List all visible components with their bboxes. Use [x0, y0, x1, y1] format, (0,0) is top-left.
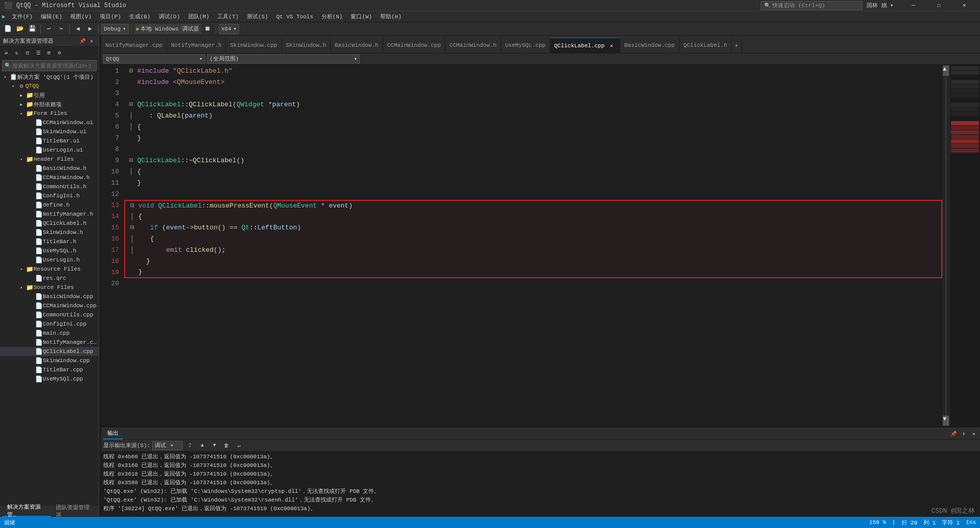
- tree-item-titlebar-cpp[interactable]: 📄 TitleBar.cpp: [0, 365, 99, 374]
- status-col[interactable]: 列 1: [924, 519, 936, 526]
- output-go-msg-btn[interactable]: ⤴: [185, 441, 195, 451]
- se-search-input[interactable]: [12, 63, 94, 69]
- tree-item-headerfiles[interactable]: ▾ 📁 Header Files: [0, 155, 99, 164]
- file-dropdown[interactable]: QtQQ ▾: [103, 54, 205, 64]
- tab-qclicklabel-cpp[interactable]: QClickLabel.cpp ✕: [550, 38, 620, 53]
- tab-notifymanager-cpp[interactable]: NotifyManager.cpp: [101, 38, 167, 53]
- tree-item-ccmainwindow-h[interactable]: 📄 CCMainWindow.h: [0, 173, 99, 182]
- menu-team[interactable]: 团队(M): [184, 11, 214, 22]
- tree-item-usemysql-cpp[interactable]: 📄 UseMySQl.cpp: [0, 374, 99, 384]
- title-search-placeholder[interactable]: 快速启动 (Ctrl+Q): [772, 2, 825, 9]
- tab-skinwindow-cpp[interactable]: SkinWindow.cpp: [226, 38, 281, 53]
- status-row[interactable]: 行 20: [902, 519, 917, 526]
- bottom-tab-team[interactable]: 团队资源管理器: [51, 506, 97, 517]
- se-props-btn[interactable]: ☰: [33, 48, 43, 58]
- tree-item-extdep[interactable]: ▶ 📁 外部依赖项: [0, 100, 99, 109]
- menu-build[interactable]: 生成(B): [125, 11, 155, 22]
- output-prev-btn[interactable]: ▲: [197, 441, 207, 451]
- output-float-btn[interactable]: ⬆: [960, 430, 968, 438]
- ref-expand-icon[interactable]: ▶: [17, 91, 25, 99]
- tab-close-active[interactable]: ✕: [608, 42, 616, 50]
- status-zoom[interactable]: 159 %: [869, 519, 886, 525]
- code-content[interactable]: ⊟ #include "QClickLabel.h" #include <QMo…: [124, 65, 942, 426]
- tree-item-titlebar-ui[interactable]: 📄 TitleBar.ui: [0, 136, 99, 145]
- se-settings-btn[interactable]: ⚙: [54, 48, 65, 58]
- menu-tools[interactable]: 工具(T): [213, 11, 243, 22]
- tree-item-notifymanager-h[interactable]: 📄 NotifyManager.h: [0, 210, 99, 219]
- se-sync-btn[interactable]: ⇄: [1, 48, 11, 58]
- tree-item-project[interactable]: ▾ ⚙ QTQQ: [0, 81, 99, 91]
- tree-item-basicwindow-cpp[interactable]: 📄 BasicWindow.cpp: [0, 292, 99, 301]
- scrollbar-up[interactable]: ▲: [943, 66, 949, 76]
- tree-item-commonutils-h[interactable]: 📄 CommonUtils.h: [0, 182, 99, 191]
- tree-item-define-h[interactable]: 📄 define.h: [0, 200, 99, 210]
- toolbar-stop[interactable]: ⏹: [202, 24, 213, 34]
- tree-item-formfiles[interactable]: ▾ 📁 Form Files: [0, 109, 99, 118]
- tree-item-ccmainwindow-cpp[interactable]: 📄 CCMainWindow.cpp: [0, 301, 99, 310]
- code-editor[interactable]: 1 2 3 4 5 6 7 8 9 10 11 12 13 14 15 16 1: [101, 65, 980, 426]
- toolbar-redo[interactable]: ↪: [55, 24, 67, 34]
- tree-item-qclicklabel-h[interactable]: 📄 QClickLabel.h: [0, 219, 99, 228]
- tab-overflow[interactable]: ▾: [732, 38, 742, 53]
- resfiles-expand-icon[interactable]: ▾: [17, 265, 25, 273]
- toolbar-forward[interactable]: ▶: [84, 24, 96, 34]
- menu-qt[interactable]: Qt VS Tools: [272, 11, 318, 22]
- tree-item-notifymanager-cpp[interactable]: 📄 NotifyManager.cpp: [0, 338, 99, 347]
- expand-icon[interactable]: ▾: [1, 73, 9, 81]
- panel-close-btn[interactable]: ✕: [88, 37, 96, 45]
- panel-pin-btn[interactable]: 📌: [78, 37, 87, 45]
- status-ready[interactable]: 就绪: [4, 519, 15, 526]
- run-button[interactable]: ▶ 本地 Windows 调试器: [134, 24, 201, 34]
- se-search-box[interactable]: 🔍: [2, 60, 97, 71]
- se-refresh-btn[interactable]: ↻: [12, 48, 22, 58]
- tree-item-references[interactable]: ▶ 📁 引用: [0, 91, 99, 100]
- maximize-button[interactable]: ☐: [927, 0, 950, 11]
- tree-item-main-cpp[interactable]: 📄 main.cpp: [0, 329, 99, 338]
- tree-item-userlogin-h[interactable]: 📄 UserLogin.h: [0, 255, 99, 265]
- minimize-button[interactable]: ─: [902, 0, 925, 11]
- editor-scrollbar[interactable]: ▲ ▼: [942, 65, 949, 426]
- tree-item-res-qrc[interactable]: 📄 res.qrc: [0, 274, 99, 283]
- se-collapse-btn[interactable]: ⊟: [22, 48, 33, 58]
- extdep-expand-icon[interactable]: ▶: [17, 100, 25, 108]
- tree-item-sourcefiles[interactable]: ▾ 📁 Source Files: [0, 283, 99, 292]
- tab-skinwindow-h[interactable]: SkinWindow.h: [282, 38, 331, 53]
- tab-basicwindow-h[interactable]: BasicWindow.h: [331, 38, 383, 53]
- menu-view[interactable]: 视图(V): [66, 11, 96, 22]
- tree-item-titlebar-h[interactable]: 📄 TitleBar.h: [0, 237, 99, 246]
- tree-item-configini-h[interactable]: 📄 ConfigIni.h: [0, 191, 99, 200]
- tab-qclicklabel-h[interactable]: QClickLabel.h: [679, 38, 732, 53]
- formfiles-expand-icon[interactable]: ▾: [17, 109, 25, 118]
- output-tab-output[interactable]: 输出: [103, 428, 123, 439]
- menu-test[interactable]: 测试(S): [243, 11, 272, 22]
- tree-item-skinwindow-cpp[interactable]: 📄 SkinWindow.cpp: [0, 356, 99, 365]
- menu-help[interactable]: 帮助(H): [376, 11, 406, 22]
- tab-notifymanager-h[interactable]: NotifyManager.h: [167, 38, 226, 53]
- toolbar-new[interactable]: 📄: [2, 24, 13, 34]
- tree-item-skinwindow-ui[interactable]: 📄 SkinWindow.ui: [0, 127, 99, 136]
- output-close-btn[interactable]: ✕: [970, 430, 978, 438]
- tree-item-configini-cpp[interactable]: 📄 ConfigIni.cpp: [0, 319, 99, 329]
- tree-item-userlogin-ui[interactable]: 📄 UserLogin.ui: [0, 145, 99, 155]
- status-char[interactable]: 字符 1: [942, 519, 960, 526]
- se-filter-btn[interactable]: ⊞: [44, 48, 54, 58]
- status-ins[interactable]: Ins: [966, 519, 976, 525]
- scrollbar-down[interactable]: ▼: [943, 416, 949, 426]
- menu-debug[interactable]: 调试(D): [155, 11, 184, 22]
- bottom-tab-solution[interactable]: 解决方案资源管…: [2, 506, 51, 517]
- toolbar-save[interactable]: 💾: [26, 24, 38, 34]
- menu-window[interactable]: 窗口(W): [347, 11, 376, 22]
- tab-basicwindow-cpp[interactable]: BasicWindow.cpp: [620, 38, 679, 53]
- platform-dropdown[interactable]: x64 ▾: [219, 24, 239, 34]
- menu-file[interactable]: 文件(F): [8, 11, 37, 22]
- config-dropdown[interactable]: Debug ▾: [101, 24, 129, 34]
- tree-item-solution[interactable]: ▾ 📋 解决方案 'QtQQ'(1 个项目): [0, 72, 99, 81]
- menu-edit[interactable]: 编辑(E): [37, 11, 66, 22]
- output-pin-btn[interactable]: 📌: [949, 430, 958, 438]
- tab-ccmainwindow-cpp[interactable]: CCMainWindow.cpp: [383, 38, 446, 53]
- toolbar-back[interactable]: ◀: [72, 24, 83, 34]
- tree-item-usemysql-h[interactable]: 📄 UseMySQL.h: [0, 246, 99, 255]
- tree-item-qclicklabel-cpp[interactable]: 📄 QClickLabel.cpp: [0, 347, 99, 356]
- toolbar-undo[interactable]: ↩: [43, 24, 54, 34]
- close-button[interactable]: ✕: [953, 0, 976, 11]
